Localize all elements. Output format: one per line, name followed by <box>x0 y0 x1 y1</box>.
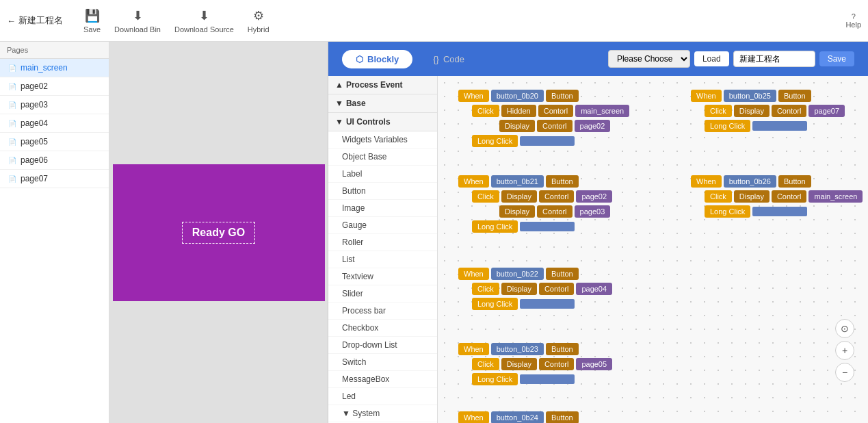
project-name-input[interactable] <box>733 51 815 67</box>
load-button[interactable]: Load <box>694 51 729 66</box>
comp-roller[interactable]: Roller <box>328 234 437 251</box>
section-base[interactable]: ▼ Base <box>328 94 437 113</box>
sidebar-item-main-screen[interactable]: 📄 main_screen <box>0 59 109 77</box>
comp-list[interactable]: List <box>328 251 437 268</box>
zoom-out-button[interactable]: − <box>835 363 854 382</box>
comp-image[interactable]: Image <box>328 200 437 217</box>
block-group-0b22: When button_0b22 Button Click Display Co… <box>458 268 612 310</box>
block-row-longclick: Long Click <box>458 373 612 385</box>
sidebar-item-page03[interactable]: 📄 page03 <box>0 96 109 114</box>
block-row-click2: Display Contorl page02 <box>458 120 629 132</box>
canvas: Ready GO <box>113 164 325 301</box>
back-button[interactable]: ← 新建工程名 <box>7 14 63 27</box>
download-source-icon: ⬇ <box>199 8 209 23</box>
comp-process-bar[interactable]: Process bar <box>328 303 437 320</box>
block-display: Display <box>499 120 535 132</box>
comp-led[interactable]: Led <box>328 388 437 405</box>
comp-dropdown-list[interactable]: Drop-down List <box>328 337 437 354</box>
comp-checkbox[interactable]: Checkbox <box>328 320 437 337</box>
comp-slider[interactable]: Slider <box>328 285 437 303</box>
blockly-area: ▲ Process Event ▼ Base ▼ UI Controls Wid… <box>328 76 868 423</box>
comp-button[interactable]: Button <box>328 183 437 200</box>
block-btn-0b24: button_0b24 <box>491 411 544 423</box>
zoom-in-button[interactable]: + <box>835 341 854 360</box>
comp-textview[interactable]: Textview <box>328 268 437 285</box>
section-ui-controls[interactable]: ▼ UI Controls <box>328 113 437 131</box>
ready-go-widget[interactable]: Ready GO <box>182 222 255 244</box>
block-button: Button <box>546 343 579 355</box>
arrow-icon: ▼ <box>335 99 343 108</box>
block-line <box>752 121 807 131</box>
sidebar-item-page05[interactable]: 📄 page05 <box>0 133 109 151</box>
comp-switch[interactable]: Switch <box>328 354 437 371</box>
block-when: When <box>691 90 722 102</box>
zoom-reset-button[interactable]: ⊙ <box>835 319 854 338</box>
block-longclick: Long Click <box>705 120 750 132</box>
save-toolbar-item[interactable]: 💾 Save <box>83 8 101 34</box>
block-row-click2: Display Contorl page03 <box>458 205 612 218</box>
block-row-when: When button_0b20 Button <box>458 90 629 102</box>
download-source-toolbar-item[interactable]: ⬇ Download Source <box>174 8 234 34</box>
block-click: Click <box>472 190 499 203</box>
hybrid-toolbar-item[interactable]: ⚙ Hybrid <box>248 8 269 34</box>
tab-blockly[interactable]: ⬡ Blockly <box>342 50 412 68</box>
sidebar-item-page07[interactable]: 📄 page07 <box>0 170 109 188</box>
blockly-canvas[interactable]: When button_0b20 Button Click Hidden Con… <box>438 76 868 423</box>
comp-gauge[interactable]: Gauge <box>328 217 437 234</box>
page-icon: 📄 <box>8 101 16 109</box>
tab-code[interactable]: {} Code <box>419 50 478 68</box>
download-bin-toolbar-item[interactable]: ⬇ Download Bin <box>114 8 161 34</box>
block-page05: page05 <box>576 358 612 370</box>
block-page07: page07 <box>808 105 845 117</box>
block-group-0b20: When button_0b20 Button Click Hidden Con… <box>458 90 629 147</box>
sidebar-item-page06[interactable]: 📄 page06 <box>0 151 109 170</box>
block-btn-0b20: button_0b20 <box>491 90 544 102</box>
block-row-when: When button_0b26 Button <box>691 175 863 188</box>
block-line <box>520 136 575 146</box>
block-main-screen2: main_screen <box>808 190 863 203</box>
block-row-click: Click Display Contorl page05 <box>458 358 612 370</box>
block-when: When <box>691 175 722 188</box>
page-label: page02 <box>21 81 48 91</box>
block-row-click1: Click Hidden Contorl main_screen <box>458 105 629 117</box>
project-dropdown[interactable]: Please Choose <box>608 50 690 68</box>
block-group-0b25: When button_0b25 Button Click Display Co… <box>691 90 845 132</box>
block-page04: page04 <box>576 283 612 295</box>
block-click: Click <box>705 190 732 203</box>
tab-bar: ⬡ Blockly {} Code Please Choose Load Sav… <box>328 42 868 76</box>
block-main-screen: main_screen <box>575 105 629 117</box>
block-page02: page02 <box>575 120 611 132</box>
comp-widgets-variables[interactable]: Widgets Variables <box>328 131 437 149</box>
comp-messagebox[interactable]: MessageBox <box>328 371 437 388</box>
code-icon: {} <box>433 54 439 64</box>
block-line <box>520 299 575 309</box>
block-row-longclick: Long Click <box>691 205 863 218</box>
block-longclick: Long Click <box>472 220 518 233</box>
hybrid-icon: ⚙ <box>253 8 264 23</box>
sidebar: Pages 📄 main_screen 📄 page02 📄 page03 📄 … <box>0 42 109 423</box>
comp-system[interactable]: ▼ System <box>328 405 437 422</box>
sidebar-item-page04[interactable]: 📄 page04 <box>0 114 109 133</box>
save-icon: 💾 <box>85 8 100 23</box>
comp-object-base[interactable]: Object Base <box>328 149 437 166</box>
block-display: Display <box>501 358 537 370</box>
back-icon: ← <box>7 16 16 26</box>
page-icon: 📄 <box>8 157 16 164</box>
page-icon: 📄 <box>8 83 16 90</box>
block-click: Click <box>705 105 732 117</box>
block-row-when: When button_0b23 Button <box>458 343 612 355</box>
save-project-button[interactable]: Save <box>819 51 854 66</box>
comp-label[interactable]: Label <box>328 166 437 183</box>
block-button: Button <box>546 411 579 423</box>
main-layout: Pages 📄 main_screen 📄 page02 📄 page03 📄 … <box>0 42 868 423</box>
help-button[interactable]: ? Help <box>845 12 861 29</box>
block-row-click: Click Display Contorl main_screen <box>691 190 863 203</box>
block-row-longclick1: Long Click <box>458 135 629 147</box>
block-page03: page03 <box>575 205 611 218</box>
page-label: page06 <box>21 155 48 165</box>
block-longclick: Long Click <box>705 205 750 218</box>
section-process-event[interactable]: ▲ Process Event <box>328 76 437 94</box>
sidebar-item-page02[interactable]: 📄 page02 <box>0 77 109 96</box>
download-bin-icon: ⬇ <box>133 8 143 23</box>
block-button: Button <box>778 175 811 188</box>
